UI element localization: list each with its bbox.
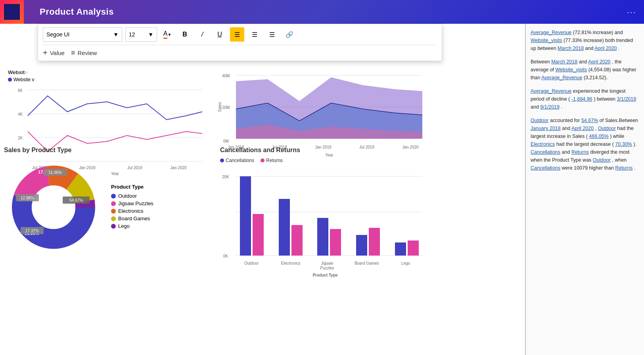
font-color-icon: A: [163, 30, 168, 39]
para4-text10: , when: [612, 157, 627, 163]
insight-para4: Outdoor accounted for 54.67% of Sales.Be…: [531, 116, 639, 172]
increase-pct-link[interactable]: 466.05%: [589, 134, 608, 139]
para3-and: and: [531, 104, 540, 110]
toolbar-row1: Segoe UI ▼ 12 ▼ A ▼ B: [43, 27, 437, 45]
returns-link[interactable]: Returns: [571, 149, 589, 155]
returns-link2[interactable]: Returns: [615, 165, 632, 171]
x-jigsaw1: Jigsaw: [321, 261, 334, 265]
electronics-label: Electronics: [118, 208, 144, 214]
jigsaw-cancel-bar: [317, 218, 328, 256]
header-menu-dots[interactable]: ···: [627, 8, 636, 17]
cancellations-link2[interactable]: Cancellations: [531, 165, 560, 171]
insight-para1: Average_Revenue (72.81% increase) and We…: [531, 29, 639, 52]
x-outdoor: Outdoor: [244, 261, 259, 265]
date-end-link[interactable]: 9/1/2019: [540, 104, 560, 110]
font-family-chevron: ▼: [113, 31, 119, 38]
april2020-link1[interactable]: April 2020: [594, 46, 617, 51]
bold-button[interactable]: B: [178, 27, 192, 42]
website-legend-dot: [8, 78, 12, 82]
y-label-6k: 6K: [18, 88, 23, 93]
font-size-select[interactable]: 12 ▼: [125, 27, 157, 42]
para2-between: Between: [531, 59, 551, 65]
avg-revenue-link2[interactable]: Average_Revenue: [541, 75, 582, 80]
para4-text6: had the largest decrease (: [556, 141, 614, 147]
electronics-link[interactable]: Electronics: [531, 141, 555, 147]
cancellations-label: Cancellations: [226, 158, 254, 163]
decline-value-link[interactable]: -1,684.96: [571, 96, 592, 102]
para4-end: .: [634, 165, 635, 171]
cancellations-link[interactable]: Cancellations: [531, 149, 560, 155]
insight-para2: Between March 2018 and April 2020 , the …: [531, 58, 639, 82]
align-center-button[interactable]: ☰: [247, 27, 262, 42]
boardgames-return-bar: [369, 228, 380, 256]
underline-icon: U: [217, 31, 222, 38]
para4-text11: were 10079 higher than: [562, 165, 615, 171]
outdoor-link2[interactable]: Outdoor: [598, 126, 616, 131]
lego-cancel-bar: [395, 242, 406, 256]
outdoor-dot: [111, 194, 116, 198]
outdoor-link1[interactable]: Outdoor: [531, 118, 548, 123]
para2-and: and: [579, 59, 588, 65]
legend-boardgames: Board Games: [111, 216, 153, 221]
electronics-pct-text: 12.98%: [21, 196, 34, 200]
toolbar-popup: Segoe UI ▼ 12 ▼ A ▼ B: [38, 24, 442, 61]
page-title: Product Analysis: [40, 7, 114, 17]
align-left-button[interactable]: ☰: [230, 27, 244, 42]
italic-icon: /: [201, 31, 203, 38]
x-electronics: Electronics: [281, 261, 301, 265]
outdoor-pct-link[interactable]: 54.67%: [581, 118, 598, 123]
date-start-link[interactable]: 3/1/2019: [617, 96, 636, 102]
font-color-button[interactable]: A ▼: [160, 27, 174, 42]
jigsaw-dot: [111, 201, 116, 206]
avg-revenue-link1[interactable]: Average_Revenue: [531, 30, 571, 35]
review-action[interactable]: ≡ Review: [71, 49, 97, 57]
legend-outdoor: Outdoor: [111, 193, 153, 199]
march2018-link[interactable]: March 2018: [558, 46, 584, 51]
header: Product Analysis ···: [0, 0, 644, 24]
website-legend: Website v: [8, 77, 214, 82]
outdoor-cancel-bar: [240, 176, 251, 256]
electronics-cancel-bar: [279, 199, 290, 256]
donut-title: Sales by Product Type: [4, 147, 214, 154]
boardgames-pct-text: 11.96%: [48, 170, 62, 175]
outdoor-return-bar: [253, 214, 264, 256]
italic-button[interactable]: /: [195, 27, 209, 42]
y-label-2k: 2K: [18, 136, 23, 140]
website-visits-link1[interactable]: Website_visits: [531, 38, 562, 43]
returns-legend-item: Returns: [261, 158, 283, 163]
insight-para3: Average_Revenue experienced the longest …: [531, 87, 639, 111]
april2020-link2[interactable]: April 2020: [588, 59, 610, 65]
underline-button[interactable]: U: [213, 27, 227, 42]
returns-label: Returns: [266, 158, 283, 163]
website-title-text: Website: [8, 69, 28, 75]
para3-end: .: [561, 104, 562, 110]
donut-wrapper: 54.67% 17.37% 12.98% 11.96% 54.67% 12.98…: [4, 158, 214, 257]
cancellations-section: Cancellations and Returns Cancellations …: [220, 147, 434, 305]
boardgames-label: Board Games: [118, 216, 150, 221]
x-lego: Lego: [401, 261, 410, 265]
boardgames-cancel-bar: [356, 235, 367, 256]
value-label: Value: [50, 50, 65, 56]
march2018-link2[interactable]: March 2018: [551, 59, 577, 65]
review-icon: ≡: [71, 49, 75, 57]
april2020-link3[interactable]: April 2020: [571, 126, 594, 131]
para4-text1: accounted for: [550, 118, 581, 123]
outdoor-link3[interactable]: Outdoor: [593, 157, 611, 163]
website-visits-line: [28, 96, 202, 120]
para1-and: and: [585, 46, 595, 51]
review-label: Review: [77, 50, 97, 56]
electronics-return-bar: [291, 225, 303, 256]
product-type-label: Product Type: [111, 184, 153, 190]
link-button[interactable]: 🔗: [282, 27, 297, 42]
jan2018-link[interactable]: January 2018: [531, 126, 561, 131]
website-visits-link2[interactable]: Website_visits: [556, 67, 587, 73]
font-family-select[interactable]: Segoe UI ▼: [43, 27, 122, 42]
bold-icon: B: [182, 31, 187, 38]
outdoor-pct-text: 54.67%: [69, 198, 83, 202]
para4-text3: ,: [595, 126, 598, 131]
avg-revenue-link3[interactable]: Average_Revenue: [531, 88, 571, 94]
decrease-pct-link[interactable]: 70.30%: [615, 141, 632, 147]
align-right-button[interactable]: ☰: [265, 27, 279, 42]
donut-center: [32, 185, 75, 229]
add-value-action[interactable]: + Value: [43, 48, 65, 57]
